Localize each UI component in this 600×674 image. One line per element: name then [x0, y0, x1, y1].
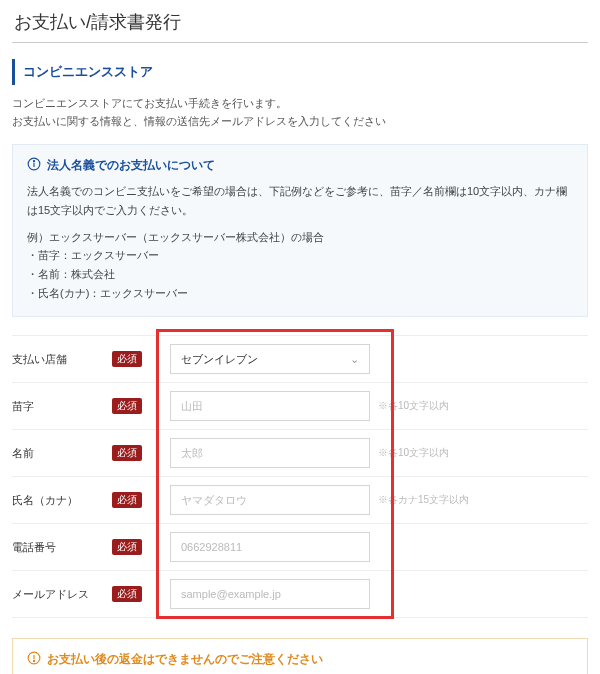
required-badge: 必須 — [112, 586, 142, 602]
chevron-down-icon: ⌄ — [350, 353, 359, 366]
required-badge: 必須 — [112, 492, 142, 508]
lastname-hint: ※各10文字以内 — [378, 399, 449, 413]
required-badge: 必須 — [112, 351, 142, 367]
example-1: ・苗字：エックスサーバー — [27, 246, 573, 265]
row-firstname: 名前 必須 ※各10文字以内 — [12, 429, 588, 476]
warning-icon — [27, 651, 41, 668]
notice-title: 法人名義でのお支払いについて — [47, 157, 215, 174]
required-badge: 必須 — [112, 539, 142, 555]
firstname-label: 名前 — [12, 446, 34, 461]
notice-body: 法人名義でのコンビニ支払いをご希望の場合は、下記例などをご参考に、苗字／名前欄は… — [27, 182, 573, 219]
page-title: お支払い/請求書発行 — [12, 10, 588, 43]
email-input[interactable] — [170, 579, 370, 609]
lastname-input[interactable] — [170, 391, 370, 421]
corporate-notice: 法人名義でのお支払いについて 法人名義でのコンビニ支払いをご希望の場合は、下記例… — [12, 144, 588, 317]
required-badge: 必須 — [112, 445, 142, 461]
example-label: 例）エックスサーバー（エックスサーバー株式会社）の場合 — [27, 228, 573, 247]
info-icon — [27, 157, 41, 174]
firstname-hint: ※各10文字以内 — [378, 446, 449, 460]
email-label: メールアドレス — [12, 587, 89, 602]
intro-line-1: コンビニエンスストアにてお支払い手続きを行います。 — [12, 95, 588, 113]
store-label: 支払い店舗 — [12, 352, 67, 367]
form-area: 支払い店舗 必須 セブンイレブン ⌄ 苗字 必須 ※各10文字以内 名前 — [12, 335, 588, 618]
store-select-value: セブンイレブン — [181, 352, 258, 367]
store-select[interactable]: セブンイレブン ⌄ — [170, 344, 370, 374]
required-badge: 必須 — [112, 398, 142, 414]
phone-label: 電話番号 — [12, 540, 56, 555]
refund-warning: お支払い後の返金はできませんのでご注意ください 料金をお支払いいただいた後は、契… — [12, 638, 588, 674]
example-2: ・名前：株式会社 — [27, 265, 573, 284]
row-kana: 氏名（カナ） 必須 ※各カナ15文字以内 — [12, 476, 588, 523]
row-email: メールアドレス 必須 — [12, 570, 588, 618]
svg-point-2 — [33, 161, 34, 162]
kana-label: 氏名（カナ） — [12, 493, 78, 508]
kana-input[interactable] — [170, 485, 370, 515]
intro-line-2: お支払いに関する情報と、情報の送信先メールアドレスを入力してください — [12, 113, 588, 131]
row-lastname: 苗字 必須 ※各10文字以内 — [12, 382, 588, 429]
section-heading: コンビニエンスストア — [12, 59, 588, 85]
row-phone: 電話番号 必須 — [12, 523, 588, 570]
svg-point-5 — [33, 661, 34, 662]
warning-title: お支払い後の返金はできませんのでご注意ください — [47, 651, 323, 668]
kana-hint: ※各カナ15文字以内 — [378, 493, 469, 507]
firstname-input[interactable] — [170, 438, 370, 468]
phone-input[interactable] — [170, 532, 370, 562]
example-3: ・氏名(カナ)：エックスサーバー — [27, 284, 573, 303]
intro-text: コンビニエンスストアにてお支払い手続きを行います。 お支払いに関する情報と、情報… — [12, 95, 588, 130]
row-store: 支払い店舗 必須 セブンイレブン ⌄ — [12, 335, 588, 382]
lastname-label: 苗字 — [12, 399, 34, 414]
